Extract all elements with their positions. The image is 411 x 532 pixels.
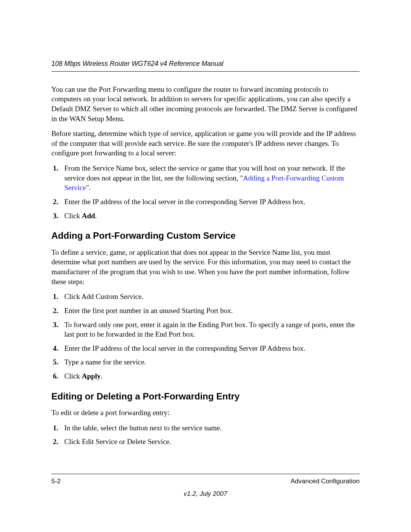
list-item: Click Edit Service or Delete Service. bbox=[63, 437, 360, 447]
page-footer: 5-2 Advanced Configuration v1.2, July 20… bbox=[51, 474, 360, 498]
list-item: Click Add Custom Service. bbox=[63, 292, 360, 302]
step-text: . bbox=[95, 212, 97, 220]
intro-paragraph-2: Before starting, determine which type of… bbox=[51, 129, 360, 158]
step-text: Click bbox=[64, 372, 82, 380]
configure-steps-list: From the Service Name box, select the se… bbox=[51, 163, 360, 220]
document-page: 108 Mbps Wireless Router WGT624 v4 Refer… bbox=[0, 0, 411, 532]
step-text: ". bbox=[86, 184, 91, 192]
footer-row: 5-2 Advanced Configuration bbox=[51, 477, 360, 486]
version-date: v1.2, July 2007 bbox=[51, 490, 360, 498]
section-paragraph: To define a service, game, or applicatio… bbox=[51, 248, 360, 287]
list-item: In the table, select the button next to … bbox=[63, 423, 360, 433]
step-text: Click bbox=[64, 212, 82, 220]
ui-label-apply: Apply bbox=[82, 372, 101, 380]
section-heading-editing: Editing or Deleting a Port-Forwarding En… bbox=[51, 390, 360, 403]
list-item: Enter the IP address of the local server… bbox=[63, 197, 360, 207]
footer-rule bbox=[51, 474, 360, 474]
list-item: Type a name for the service. bbox=[63, 357, 360, 367]
list-item: To forward only one port, enter it again… bbox=[63, 320, 360, 339]
edit-delete-steps-list: In the table, select the button next to … bbox=[51, 423, 360, 447]
list-item: Click Add. bbox=[63, 211, 360, 221]
list-item: Enter the first port number in an unused… bbox=[63, 306, 360, 316]
list-item: Enter the IP address of the local server… bbox=[63, 343, 360, 353]
ui-label-add: Add bbox=[82, 212, 95, 220]
page-number: 5-2 bbox=[51, 477, 61, 486]
list-item: Click Apply. bbox=[63, 371, 360, 381]
running-header: 108 Mbps Wireless Router WGT624 v4 Refer… bbox=[51, 59, 360, 72]
list-item: From the Service Name box, select the se… bbox=[63, 163, 360, 193]
step-text: . bbox=[101, 372, 103, 380]
section-paragraph: To edit or delete a port forwarding entr… bbox=[51, 408, 360, 418]
intro-paragraph-1: You can use the Port Forwarding menu to … bbox=[51, 85, 360, 124]
section-name: Advanced Configuration bbox=[291, 477, 360, 486]
custom-service-steps-list: Click Add Custom Service. Enter the firs… bbox=[51, 292, 360, 381]
section-heading-adding: Adding a Port-Forwarding Custom Service bbox=[51, 230, 360, 242]
